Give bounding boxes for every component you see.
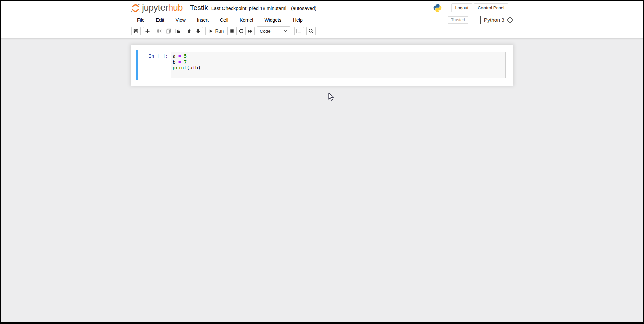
brand-text: jupyterhub	[142, 3, 183, 12]
stop-icon	[230, 29, 234, 33]
brand-hub: hub	[168, 3, 183, 13]
menu-view[interactable]: View	[170, 15, 191, 25]
cell-type-value: Code	[260, 29, 270, 34]
copy-icon	[166, 28, 171, 34]
arrow-up-icon	[187, 29, 192, 34]
move-cell-up-button[interactable]	[185, 27, 194, 35]
kernel-divider	[480, 16, 481, 24]
code-cell[interactable]: In [ ]: a = 5b = 7print(a+b)	[136, 50, 508, 80]
restart-kernel-button[interactable]	[236, 27, 246, 35]
cut-cells-button[interactable]	[155, 27, 164, 35]
arrow-down-icon	[196, 29, 201, 34]
menu-help[interactable]: Help	[287, 15, 308, 25]
cell-code: a = 5b = 7print(a+b)	[173, 53, 504, 77]
python-logo-icon	[433, 3, 442, 12]
autosave-status: (autosaved)	[291, 6, 317, 11]
search-button[interactable]	[306, 27, 316, 35]
control-panel-button[interactable]: Control Panel	[474, 3, 508, 12]
brand-jupyter: jupyter	[142, 3, 168, 13]
restart-run-all-button[interactable]	[245, 27, 255, 35]
jupyterhub-logo-icon	[131, 3, 140, 13]
menu-widgets[interactable]: Widgets	[259, 15, 287, 25]
cell-editor[interactable]: a = 5b = 7print(a+b)	[171, 52, 506, 78]
command-palette-button[interactable]	[294, 27, 304, 35]
menu-file[interactable]: File	[131, 15, 150, 25]
chevron-down-icon	[284, 30, 287, 32]
paste-icon	[175, 28, 180, 34]
toolbar: Run	[1, 25, 643, 38]
logout-button[interactable]: Logout	[451, 3, 472, 12]
cell-type-select[interactable]: Code	[257, 26, 290, 35]
notebook-title[interactable]: Testik	[190, 4, 208, 12]
plus-icon	[145, 29, 150, 34]
run-label: Run	[215, 28, 224, 34]
move-cell-down-button[interactable]	[194, 27, 203, 35]
menu-insert[interactable]: Insert	[191, 15, 214, 25]
fast-forward-icon	[248, 29, 253, 34]
interrupt-kernel-button[interactable]	[227, 27, 237, 35]
trusted-button[interactable]: Trusted	[448, 16, 468, 24]
kernel-status-area: Trusted Python 3	[448, 16, 513, 24]
menu-kernel[interactable]: Kernel	[234, 15, 259, 25]
browser-viewport: jupyterhub Testik Last Checkpoint: před …	[1, 1, 643, 322]
menu-cell[interactable]: Cell	[214, 15, 234, 25]
add-cell-button[interactable]	[143, 27, 152, 35]
save-button[interactable]	[131, 27, 141, 35]
mouse-cursor	[328, 93, 335, 101]
keyboard-icon	[296, 29, 302, 33]
header-right: Logout Control Panel	[433, 3, 508, 12]
floppy-icon	[133, 29, 138, 34]
scissors-icon	[157, 28, 162, 34]
restart-icon	[239, 29, 244, 34]
notebook-area: In [ ]: a = 5b = 7print(a+b)	[1, 38, 643, 86]
cell-input-prompt: In [ ]:	[138, 52, 171, 78]
menubar: File Edit View Insert Cell Kernel Widget…	[1, 15, 643, 25]
notebook-container: In [ ]: a = 5b = 7print(a+b)	[131, 45, 513, 86]
search-icon	[308, 28, 314, 34]
header: jupyterhub Testik Last Checkpoint: před …	[1, 1, 643, 15]
jupyterhub-logo[interactable]: jupyterhub	[131, 3, 183, 13]
menu-edit[interactable]: Edit	[150, 15, 170, 25]
notebook-header-block: jupyterhub Testik Last Checkpoint: před …	[1, 1, 643, 38]
menu-list: File Edit View Insert Cell Kernel Widget…	[131, 15, 308, 25]
kernel-name: Python 3	[484, 17, 504, 23]
kernel-idle-icon	[507, 17, 513, 23]
run-button[interactable]: Run	[205, 27, 228, 35]
paste-cells-button[interactable]	[173, 27, 182, 35]
checkpoint-status: Last Checkpoint: před 18 minutami	[211, 6, 286, 11]
title-group: Testik Last Checkpoint: před 18 minutami…	[190, 4, 316, 12]
copy-cells-button[interactable]	[164, 27, 173, 35]
play-icon	[209, 29, 213, 33]
